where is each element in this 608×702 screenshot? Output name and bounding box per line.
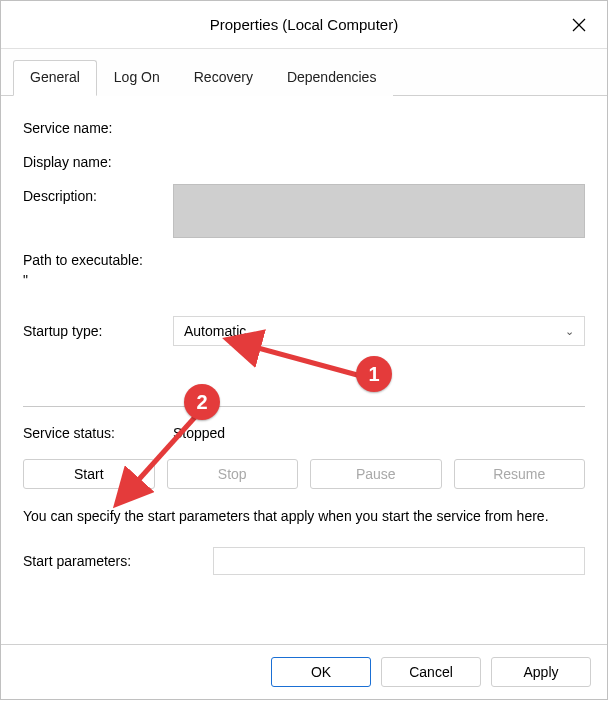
startup-type-label: Startup type: [23, 323, 173, 339]
ok-button[interactable]: OK [271, 657, 371, 687]
annotation-badge-2: 2 [184, 384, 220, 420]
info-text: You can specify the start parameters tha… [23, 507, 585, 527]
chevron-down-icon: ⌄ [565, 325, 574, 338]
resume-button[interactable]: Resume [454, 459, 586, 489]
description-textarea[interactable] [173, 184, 585, 238]
startup-type-select[interactable]: Automatic ⌄ [173, 316, 585, 346]
content-area: Service name: Display name: Description:… [1, 96, 607, 644]
start-parameters-label: Start parameters: [23, 553, 213, 569]
tab-dependencies[interactable]: Dependencies [270, 60, 394, 96]
apply-button[interactable]: Apply [491, 657, 591, 687]
startup-type-value: Automatic [184, 323, 246, 339]
path-label: Path to executable: [23, 252, 585, 268]
tab-recovery[interactable]: Recovery [177, 60, 270, 96]
annotation-badge-1: 1 [356, 356, 392, 392]
pause-button[interactable]: Pause [310, 459, 442, 489]
cancel-button[interactable]: Cancel [381, 657, 481, 687]
close-button[interactable] [551, 1, 607, 49]
svg-line-3 [251, 346, 361, 376]
service-status-label: Service status: [23, 425, 173, 441]
stop-button[interactable]: Stop [167, 459, 299, 489]
tab-logon[interactable]: Log On [97, 60, 177, 96]
window-title: Properties (Local Computer) [210, 16, 398, 33]
titlebar: Properties (Local Computer) [1, 1, 607, 49]
service-name-label: Service name: [23, 116, 173, 136]
path-value: " [23, 272, 585, 288]
tab-strip: General Log On Recovery Dependencies [1, 49, 607, 96]
footer: OK Cancel Apply [1, 644, 607, 699]
display-name-label: Display name: [23, 150, 173, 170]
description-label: Description: [23, 184, 173, 204]
tab-general[interactable]: General [13, 60, 97, 96]
start-button[interactable]: Start [23, 459, 155, 489]
close-icon [572, 18, 586, 32]
service-status-value: Stopped [173, 425, 225, 441]
divider [23, 406, 585, 407]
start-parameters-input[interactable] [213, 547, 585, 575]
